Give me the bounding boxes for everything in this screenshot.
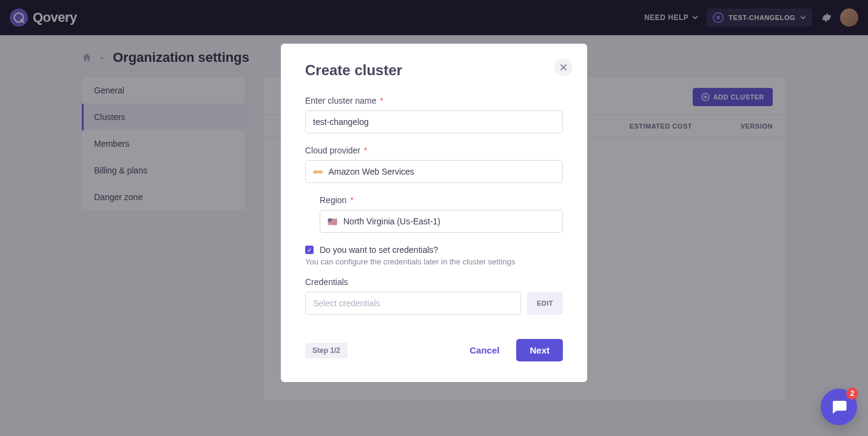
credentials-label: Credentials	[305, 277, 563, 287]
next-label: Next	[530, 345, 550, 355]
close-button[interactable]	[554, 58, 573, 76]
cancel-label: Cancel	[469, 345, 499, 355]
modal-overlay: Create cluster Enter cluster name * Clou…	[0, 0, 868, 436]
modal-footer: Step 1/2 Cancel Next	[305, 339, 563, 361]
checkbox-label: Do you want to set credentials?	[320, 245, 438, 255]
cluster-name-label: Enter cluster name *	[305, 96, 563, 106]
label-text: Cloud provider	[305, 146, 360, 155]
credentials-field: Credentials Select credentials EDIT	[305, 277, 563, 315]
next-button[interactable]: Next	[516, 339, 563, 361]
provider-label: Cloud provider *	[305, 146, 563, 155]
label-text: Enter cluster name	[305, 96, 377, 106]
cluster-name-input[interactable]	[305, 110, 563, 133]
credentials-select[interactable]: Select credentials	[305, 292, 521, 315]
chat-badge: 2	[846, 387, 858, 400]
label-text: Region	[320, 195, 346, 205]
provider-value: Amazon Web Services	[329, 167, 414, 176]
close-icon	[560, 64, 567, 71]
required-marker: *	[380, 96, 383, 106]
edit-credentials-button[interactable]: EDIT	[527, 292, 563, 315]
modal-title: Create cluster	[305, 62, 563, 79]
region-value: North Virginia (Us-East-1)	[343, 216, 440, 226]
chat-widget[interactable]: 2	[821, 389, 857, 425]
step-indicator: Step 1/2	[305, 343, 348, 358]
create-cluster-modal: Create cluster Enter cluster name * Clou…	[281, 44, 587, 382]
region-label: Region *	[320, 195, 563, 205]
label-text: Credentials	[305, 277, 348, 287]
checkbox-checked-icon: ✓	[305, 246, 314, 254]
credentials-hint: You can configure the credentials later …	[305, 257, 563, 266]
required-marker: *	[364, 146, 367, 155]
required-marker: *	[350, 195, 353, 205]
provider-field: Cloud provider * aws Amazon Web Services	[305, 146, 563, 183]
credentials-row: Select credentials EDIT	[305, 292, 563, 315]
credentials-placeholder: Select credentials	[313, 298, 380, 308]
provider-select[interactable]: aws Amazon Web Services	[305, 160, 563, 183]
cluster-name-field: Enter cluster name *	[305, 96, 563, 133]
cancel-button[interactable]: Cancel	[461, 339, 508, 361]
credentials-checkbox-row[interactable]: ✓ Do you want to set credentials?	[305, 245, 563, 255]
chat-icon	[830, 398, 848, 416]
aws-icon: aws	[313, 169, 323, 175]
region-select[interactable]: 🇺🇸 North Virginia (Us-East-1)	[320, 210, 563, 233]
edit-label: EDIT	[537, 300, 553, 307]
region-field: Region * 🇺🇸 North Virginia (Us-East-1)	[305, 195, 563, 233]
flag-icon: 🇺🇸	[328, 217, 337, 226]
